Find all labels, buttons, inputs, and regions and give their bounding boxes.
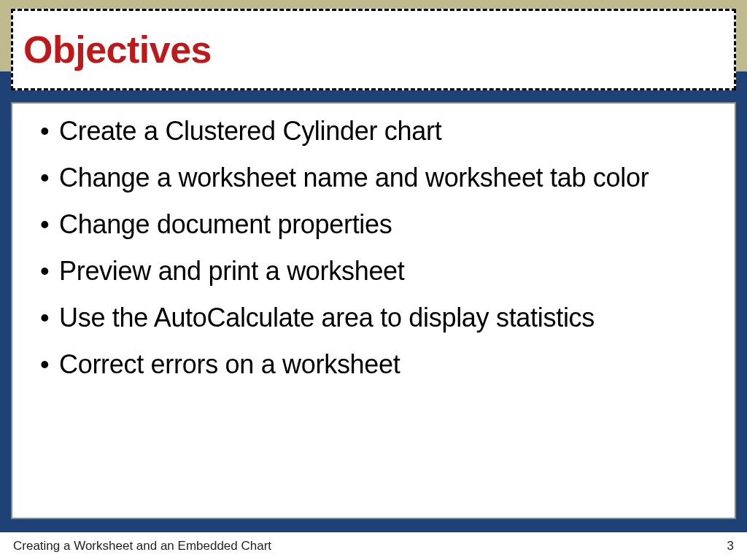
- list-item: Correct errors on a worksheet: [34, 348, 713, 381]
- list-item: Use the AutoCalculate area to display st…: [34, 301, 713, 335]
- footer: Creating a Worksheet and an Embedded Cha…: [0, 532, 747, 560]
- list-item: Preview and print a worksheet: [34, 254, 713, 288]
- bullet-list: Create a Clustered Cylinder chart Change…: [34, 114, 713, 381]
- slide-title: Objectives: [23, 28, 212, 71]
- title-box: Objectives: [11, 9, 736, 90]
- page-number: 3: [727, 539, 734, 553]
- list-item: Change document properties: [34, 208, 713, 241]
- list-item: Create a Clustered Cylinder chart: [34, 114, 713, 148]
- slide: Objectives Create a Clustered Cylinder c…: [0, 0, 747, 560]
- content-box: Create a Clustered Cylinder chart Change…: [11, 102, 736, 519]
- footer-text: Creating a Worksheet and an Embedded Cha…: [13, 539, 271, 553]
- list-item: Change a worksheet name and worksheet ta…: [34, 161, 713, 195]
